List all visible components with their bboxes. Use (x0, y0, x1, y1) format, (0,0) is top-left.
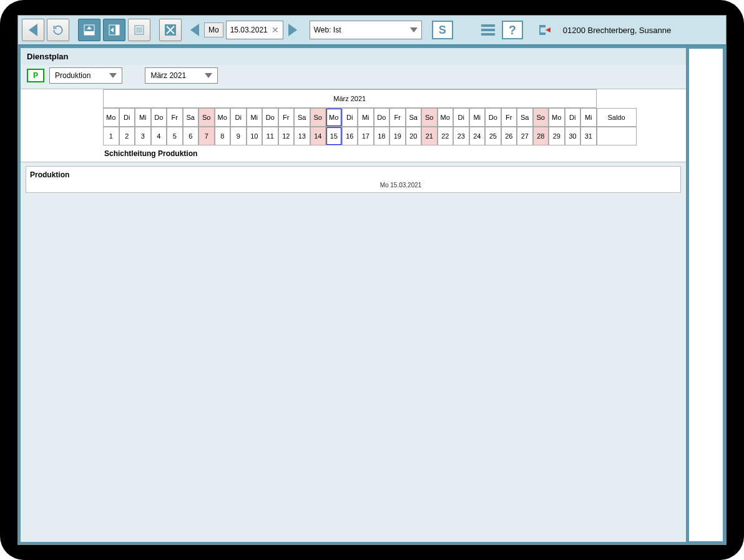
cell: 8 (215, 127, 231, 145)
layout-1-button[interactable] (78, 19, 100, 41)
cell: Mo (438, 108, 454, 127)
cell: 11 (262, 127, 278, 145)
cell: So (310, 108, 326, 127)
cell: So (198, 108, 215, 127)
cell: Di (342, 108, 358, 127)
cell: 24 (469, 127, 486, 145)
refresh-button[interactable] (47, 19, 69, 41)
cell: Do (374, 108, 390, 127)
cell: Mi (247, 108, 263, 127)
cell: Sa (406, 108, 422, 127)
date-field[interactable]: 15.03.2021 ✕ (226, 21, 283, 39)
view-select-value: Web: Ist (314, 26, 341, 34)
cell: Mo (326, 108, 342, 127)
section-title: Dienstplan (21, 48, 686, 65)
cell: 4 (151, 127, 167, 145)
cell: 5 (167, 127, 183, 145)
month-title: März 2021 (103, 89, 597, 108)
cell: Do (262, 108, 278, 127)
cell: Mi (358, 108, 374, 127)
cell: 3 (135, 127, 151, 145)
svg-rect-3 (115, 25, 119, 35)
x-box-icon (164, 23, 177, 37)
prev-day-button[interactable] (188, 21, 202, 39)
cell: Sa (517, 108, 533, 127)
cell: Fr (278, 108, 295, 127)
back-button[interactable] (22, 19, 44, 41)
department-value: Produktion (55, 71, 91, 80)
chevron-down-icon (410, 27, 418, 32)
cell: 26 (501, 127, 517, 145)
cell: 28 (533, 127, 549, 145)
cell: Fr (501, 108, 517, 127)
cell: 25 (485, 127, 501, 145)
group-header: Schichtleitung Produktion (103, 145, 681, 159)
cell: 15 (326, 127, 342, 145)
svg-rect-1 (84, 31, 94, 35)
cell: Sa (183, 108, 199, 127)
cell: 27 (517, 127, 533, 145)
close-button[interactable] (159, 19, 182, 41)
view-select[interactable]: Web: Ist (310, 21, 422, 39)
cell: Di (230, 108, 247, 127)
weekday-label: Mo (204, 22, 223, 37)
cell: Mo (215, 108, 231, 127)
clear-date-icon[interactable]: ✕ (272, 25, 279, 35)
cell: 12 (278, 127, 295, 145)
cell: 29 (549, 127, 565, 145)
cell: Mo (549, 108, 565, 127)
text-button[interactable] (128, 19, 150, 41)
user-label: 01200 Brechterberg, Susanne (563, 26, 671, 35)
logout-icon (537, 22, 552, 37)
timeline-date: Mo 15.03.2021 (125, 182, 677, 189)
cell (26, 89, 103, 108)
cell: 13 (294, 127, 310, 145)
cell: 18 (374, 127, 390, 145)
side-palette (688, 48, 723, 542)
cell: Do (151, 108, 167, 127)
cell: 23 (453, 127, 469, 145)
cell: 14 (310, 127, 326, 145)
p-badge[interactable]: P (27, 69, 44, 82)
cell: 17 (358, 127, 374, 145)
panel-up-icon (83, 24, 95, 36)
help-button[interactable]: ? (502, 21, 523, 39)
cell: Mo (103, 108, 119, 127)
month-select[interactable]: März 2021 (145, 67, 218, 84)
cell: Mi (469, 108, 486, 127)
chevron-down-icon (109, 73, 117, 78)
text-lines-icon (133, 24, 145, 36)
department-select[interactable]: Produktion (49, 67, 122, 84)
cell: 16 (342, 127, 358, 145)
cell: 1 (103, 127, 119, 145)
refresh-icon (52, 24, 64, 36)
cell: Do (485, 108, 501, 127)
cell (597, 127, 637, 145)
cell: Di (453, 108, 469, 127)
cell: 9 (230, 127, 247, 145)
timeline-title: Produktion (30, 170, 677, 179)
cell: Fr (167, 108, 183, 127)
date-value: 15.03.2021 (230, 26, 268, 34)
cell: Mi (580, 108, 597, 127)
s-button[interactable]: S (432, 21, 453, 39)
logout-button[interactable] (533, 19, 556, 41)
cell (597, 89, 637, 108)
menu-icon (481, 24, 495, 36)
cell: Di (565, 108, 581, 127)
cell: 2 (119, 127, 135, 145)
layout-2-button[interactable] (103, 19, 125, 41)
cell (26, 108, 103, 127)
menu-button[interactable] (477, 19, 499, 41)
cell: Sa (294, 108, 310, 127)
month-value: März 2021 (150, 71, 186, 80)
cell (26, 127, 103, 145)
cell: 31 (580, 127, 597, 145)
cell: 7 (198, 127, 215, 145)
cell: 19 (389, 127, 406, 145)
cell: 30 (565, 127, 581, 145)
next-day-button[interactable] (286, 21, 300, 39)
chevron-down-icon (205, 73, 212, 78)
cell: Di (119, 108, 135, 127)
cell: So (421, 108, 438, 127)
